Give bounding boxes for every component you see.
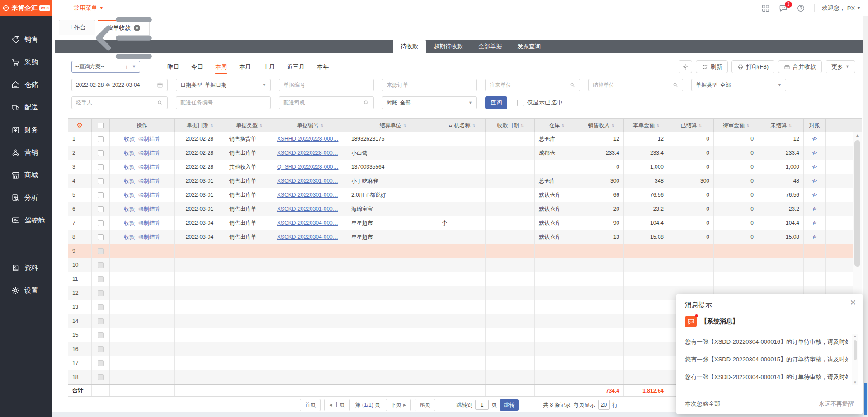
sidebar-item-analysis[interactable]: 分析 — [0, 186, 52, 209]
reconcile-link[interactable]: 否 — [812, 205, 817, 213]
reconcile-link[interactable]: 否 — [812, 149, 817, 157]
last-page-button[interactable]: 尾页 — [415, 399, 435, 411]
row-checkbox[interactable] — [98, 178, 104, 184]
doc-no-link[interactable]: QTSRD-20220228-000… — [277, 164, 338, 170]
partner-input[interactable] — [490, 82, 566, 88]
row-checkbox[interactable] — [98, 136, 104, 142]
column-header-date[interactable]: 单据日期↑↓ — [175, 119, 225, 132]
reconcile-select[interactable]: 对账 全部 ▼ — [382, 96, 477, 109]
only-selected-checkbox[interactable] — [517, 100, 524, 106]
table-settings-button[interactable] — [679, 60, 692, 73]
column-header-op[interactable]: 操作 — [110, 119, 175, 132]
handler-input[interactable] — [76, 100, 154, 106]
receive-payment-link[interactable]: 收款 — [124, 233, 135, 241]
column-header-warehouse[interactable]: 仓库↑↓ — [535, 119, 578, 132]
prev-page-button[interactable]: ◀上页 — [324, 399, 349, 411]
row-checkbox[interactable] — [98, 290, 104, 296]
sidebar-item-cart[interactable]: 采购 — [0, 51, 52, 73]
view-tab[interactable]: 待收款 — [393, 40, 426, 53]
force-settle-link[interactable]: 强制结算 — [138, 163, 160, 171]
ignore-all-link[interactable]: 本次忽略全部 — [685, 400, 720, 408]
page-size-input[interactable] — [598, 400, 610, 410]
help-icon[interactable] — [797, 4, 805, 13]
force-settle-link[interactable]: 强制结算 — [138, 135, 160, 143]
sort-icon[interactable]: ↑↓ — [321, 123, 323, 128]
sidebar-item-finance[interactable]: 财务 — [0, 118, 52, 141]
view-tab[interactable]: 发票查询 — [509, 40, 548, 53]
receive-payment-link[interactable]: 收款 — [124, 163, 135, 171]
force-settle-link[interactable]: 强制结算 — [138, 233, 160, 241]
row-checkbox[interactable] — [98, 304, 104, 310]
page-scrollbar[interactable] — [863, 16, 868, 417]
sidebar-item-settings[interactable]: 设置 — [0, 279, 52, 302]
delivery-task-input[interactable] — [180, 100, 266, 106]
scrollbar-thumb[interactable] — [854, 140, 860, 267]
more-button[interactable]: 更多▼ — [826, 60, 855, 73]
column-header-unsettled[interactable]: 未结算↑↓ — [758, 119, 804, 132]
row-checkbox[interactable] — [98, 346, 104, 352]
scrollbar-thumb[interactable] — [854, 340, 857, 360]
reconcile-link[interactable]: 否 — [812, 163, 817, 171]
sidebar-item-tag[interactable]: 销售 — [0, 28, 52, 51]
quick-range-item[interactable]: 近三月 — [287, 62, 305, 72]
receive-payment-link[interactable]: 收款 — [124, 219, 135, 227]
doc-type-select[interactable]: 单据类型 全部 ▼ — [691, 79, 786, 91]
sort-icon[interactable]: ↑↓ — [561, 123, 564, 128]
search-button[interactable]: 查询 — [485, 96, 507, 109]
first-page-button[interactable]: 首页 — [300, 399, 321, 411]
column-header-docno[interactable]: 单据编号↑↓ — [273, 119, 347, 132]
sort-icon[interactable]: ↑↓ — [210, 123, 212, 128]
scroll-down-icon[interactable]: ▼ — [852, 380, 858, 385]
receive-payment-link[interactable]: 收款 — [124, 177, 135, 185]
sort-icon[interactable]: ↑↓ — [746, 123, 749, 128]
row-checkbox[interactable] — [98, 164, 104, 170]
force-settle-link[interactable]: 强制结算 — [138, 219, 160, 227]
search-icon[interactable] — [157, 100, 163, 106]
view-tab[interactable]: 超期待收款 — [426, 40, 471, 53]
column-header-type[interactable]: 单据类型↑↓ — [225, 119, 273, 132]
sort-icon[interactable]: ↑↓ — [403, 123, 406, 128]
doc-no-link[interactable]: XSHHD-20220228-000… — [277, 136, 338, 142]
settle-unit-input[interactable] — [593, 82, 670, 88]
column-header-recon[interactable]: 对账 — [804, 119, 826, 132]
row-checkbox[interactable] — [98, 206, 104, 212]
doc-no-link[interactable]: XSCKD-20220301-000… — [277, 206, 338, 212]
column-header-sales[interactable]: 销售收入↑↓ — [578, 119, 624, 132]
sidebar-item-warehouse[interactable]: 仓储 — [0, 73, 52, 96]
never-remind-link[interactable]: 永远不再提醒 — [819, 400, 854, 408]
search-icon[interactable] — [569, 82, 576, 88]
sidebar-collapse-icon[interactable] — [56, 4, 64, 12]
quick-range-item[interactable]: 今日 — [191, 62, 203, 72]
jump-button[interactable]: 跳转 — [500, 399, 519, 411]
search-icon[interactable] — [363, 100, 369, 106]
doc-no-link[interactable]: XSCKD-20220301-000… — [277, 192, 338, 198]
row-checkbox[interactable] — [98, 276, 104, 282]
view-tab[interactable]: 全部单据 — [471, 40, 509, 53]
row-checkbox[interactable] — [98, 332, 104, 338]
date-type-select[interactable]: 日期类型 单据日期 ▼ — [176, 79, 271, 91]
row-checkbox[interactable] — [98, 262, 104, 268]
quick-range-item[interactable]: 上月 — [263, 62, 275, 72]
reconcile-link[interactable]: 否 — [812, 233, 817, 241]
print-button[interactable]: 打印(F8) — [731, 60, 774, 73]
user-menu[interactable]: 欢迎您， PX ▼ — [814, 4, 861, 12]
quick-range-item[interactable]: 本月 — [239, 62, 251, 72]
scroll-up-icon[interactable]: ▲ — [852, 334, 858, 339]
quick-range-item[interactable]: 本周 — [215, 62, 227, 72]
sort-icon[interactable]: ↑↓ — [472, 123, 475, 128]
sort-icon[interactable]: ↑↓ — [612, 123, 614, 128]
row-checkbox[interactable] — [98, 318, 104, 324]
close-icon[interactable]: ✕ — [850, 298, 856, 308]
sort-icon[interactable]: ↑↓ — [656, 123, 659, 128]
page-scrollbar-thumb[interactable] — [864, 383, 867, 415]
column-header-amount[interactable]: 本单金额↑↓ — [624, 119, 668, 132]
receive-payment-link[interactable]: 收款 — [124, 149, 135, 157]
row-checkbox[interactable] — [98, 360, 104, 366]
table-settings-gear-icon[interactable]: ⚙ — [68, 119, 92, 132]
refresh-button[interactable]: 刷新 — [696, 60, 728, 73]
doc-no-link[interactable]: XSCKD-20220228-000… — [277, 150, 338, 156]
messages-icon[interactable]: 3 — [779, 4, 788, 13]
force-settle-link[interactable]: 强制结算 — [138, 149, 160, 157]
doc-no-input[interactable] — [283, 82, 369, 88]
row-checkbox[interactable] — [98, 234, 104, 240]
